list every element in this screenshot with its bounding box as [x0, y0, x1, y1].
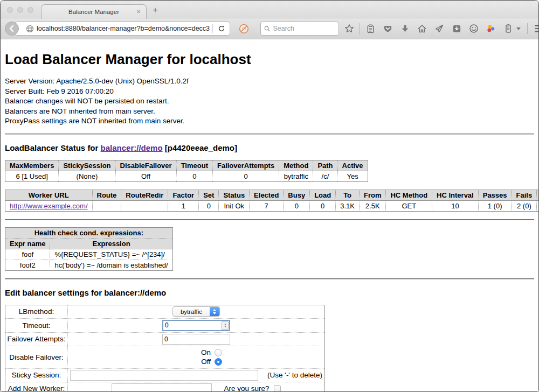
cell-route	[92, 200, 121, 211]
health-check-table: Health check cond. expressions: Expr nam…	[5, 227, 173, 271]
bookmark-star-button[interactable]	[342, 22, 356, 36]
cell-hc-uri	[537, 200, 538, 211]
sticky-session-row: Sticky Session: (Use '-' to delete)	[5, 369, 324, 382]
timeout-input[interactable]: 0	[162, 320, 230, 331]
number-spinner-icon[interactable]	[222, 321, 229, 330]
status-heading-prefix: LoadBalancer Status for	[5, 143, 101, 152]
column-header: Route	[92, 190, 121, 200]
pocket-button[interactable]	[381, 22, 395, 36]
traffic-lights	[7, 7, 33, 13]
cell-fails: 2 (0)	[512, 200, 537, 211]
sticky-session-input[interactable]	[70, 370, 258, 381]
cell-passes: 1 (0)	[478, 200, 512, 211]
disable-failover-off-radio[interactable]	[215, 358, 222, 366]
server-built-line: Server Built: Feb 9 2016 07:00:20	[5, 87, 534, 97]
back-arrow-icon	[9, 25, 15, 32]
cell-worker-url: http://www.example.com/	[5, 200, 93, 211]
column-header: StickySession	[59, 160, 115, 171]
worker-url-link[interactable]: http://www.example.com/	[10, 202, 88, 210]
table-row: 6 [1 Used] (None) Off 0 0 bytraffic /c/ …	[5, 171, 368, 181]
column-header: Active	[337, 160, 368, 171]
balancer-demo-link[interactable]: balancer://demo	[101, 143, 163, 152]
back-button[interactable]	[5, 22, 19, 36]
minimize-window-button[interactable]	[17, 7, 23, 13]
cell-disablefailover: Off	[115, 171, 176, 181]
server-info: Server Version: Apache/2.5.0-dev (Unix) …	[5, 76, 534, 127]
cell-maxmembers: 6 [1 Used]	[5, 171, 59, 181]
divider	[5, 134, 534, 135]
zoom-window-button[interactable]	[27, 7, 33, 13]
close-window-button[interactable]	[7, 7, 13, 13]
cell-stickysession: (None)	[59, 171, 115, 181]
cell-hc-method: GET	[386, 200, 432, 211]
server-version-line: Server Version: Apache/2.5.0-dev (Unix) …	[5, 76, 534, 87]
hc-expr-row: foof2 hc('body') =~ /domain is establish…	[5, 260, 173, 270]
column-header: Expression	[50, 238, 172, 249]
search-icon	[264, 25, 270, 32]
column-header: Load	[310, 190, 336, 200]
column-header: HC Method	[386, 190, 432, 200]
add-worker-input[interactable]	[112, 383, 212, 392]
divider	[5, 219, 534, 220]
new-tab-button[interactable]: +	[153, 5, 158, 15]
add-worker-row: Add New Worker: Are you sure?	[5, 382, 324, 392]
table-header-row: Worker URL Route RouteRedir Factor Set S…	[5, 190, 539, 200]
page-content: Load Balancer Manager for localhost Serv…	[1, 39, 538, 391]
battery-button[interactable]	[501, 22, 515, 36]
column-header: From	[359, 190, 386, 200]
smiley-icon	[469, 24, 479, 33]
pocket-shield-icon	[383, 24, 392, 33]
hc-expr-row: foof %{REQUEST_STATUS} =~ /^[234]/	[5, 249, 173, 260]
downloads-button[interactable]	[398, 22, 412, 36]
tab-balancer-manager[interactable]: Balancer Manager ×	[41, 4, 147, 19]
send-tab-button[interactable]	[432, 22, 446, 36]
home-icon	[417, 24, 427, 33]
balancer-settings-form: LBmethod: bytraffic Timeout: 0	[5, 305, 325, 392]
lbmethod-row: LBmethod: bytraffic	[5, 305, 324, 319]
clipboard-icon	[366, 24, 375, 33]
search-bar[interactable]	[260, 22, 339, 36]
cell-expression: hc('body') =~ /domain is established/	[50, 260, 172, 270]
save-page-button[interactable]	[450, 22, 464, 36]
failover-attempts-row: Failover Attempts:	[5, 333, 324, 346]
failover-attempts-input[interactable]	[162, 334, 230, 345]
cell-active: Yes	[337, 171, 368, 181]
timeout-row: Timeout: 0	[5, 319, 324, 333]
column-header: Status	[219, 190, 250, 200]
palette-button[interactable]	[484, 22, 498, 36]
timeout-label: Timeout:	[5, 319, 68, 332]
column-header: FailoverAttempts	[212, 160, 279, 171]
search-input[interactable]	[273, 25, 335, 32]
proxypass-notice-line: ProxyPass settings are NOT inherited fro…	[5, 116, 534, 127]
tab-close-icon[interactable]: ×	[136, 8, 141, 15]
reload-button[interactable]	[216, 22, 227, 36]
column-header: To	[336, 190, 360, 200]
disable-failover-on-radio[interactable]	[215, 349, 222, 356]
battery-dropdown-caret[interactable]	[516, 27, 521, 30]
clipboard-button[interactable]	[363, 22, 377, 36]
column-header: Busy	[284, 190, 310, 200]
cell-method: bytraffic	[279, 171, 313, 181]
cell-to: 3.1K	[336, 200, 360, 211]
url-bar[interactable]: localhost:8880/balancer-manager?b=demo&n…	[15, 22, 230, 36]
toolbar-divider	[360, 23, 360, 34]
cell-routeredir	[121, 200, 168, 211]
disable-failover-row: Disable Failover: On Off	[5, 346, 324, 369]
browser-window: Balancer Manager × + localhost:8880/bala…	[0, 0, 539, 392]
adblock-button[interactable]	[237, 22, 251, 36]
cell-timeout: 0	[176, 171, 212, 181]
radio-on-label: On	[201, 348, 211, 356]
home-button[interactable]	[415, 22, 429, 36]
are-you-sure-checkbox[interactable]	[274, 385, 281, 391]
lbmethod-selected-value: bytraffic	[173, 307, 210, 316]
inherit-notice-line: Balancers are NOT inherited from main se…	[5, 107, 534, 117]
paper-plane-icon	[434, 24, 444, 33]
divider	[5, 278, 534, 279]
column-header: MaxMembers	[5, 160, 59, 171]
status-heading-suffix: [p4420eeae_demo]	[163, 143, 237, 152]
menu-button[interactable]	[532, 22, 539, 36]
lbmethod-select[interactable]: bytraffic	[172, 306, 220, 317]
column-header: Set	[199, 190, 219, 200]
feedback-button[interactable]	[467, 22, 481, 36]
cell-load: 0	[310, 200, 336, 211]
